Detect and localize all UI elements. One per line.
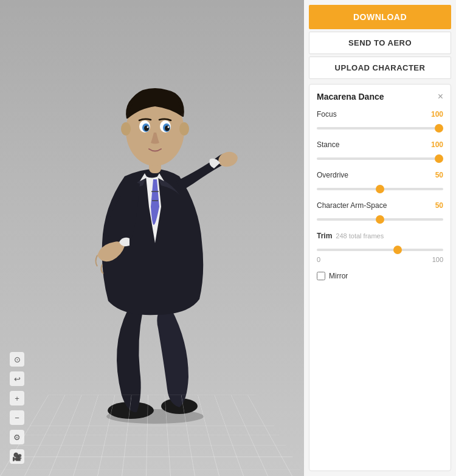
trim-slider[interactable] xyxy=(317,249,443,251)
svg-point-17 xyxy=(179,122,189,136)
target-icon[interactable]: ⊙ xyxy=(10,352,24,367)
svg-point-2 xyxy=(161,398,198,414)
focus-slider-row: Focus 100 xyxy=(317,110,443,132)
upload-character-button[interactable]: UPLOAD CHARACTER xyxy=(309,57,451,79)
close-button[interactable]: × xyxy=(438,92,443,102)
settings-card: Macarena Dance × Focus 100 Stance 100 Ov… xyxy=(309,84,451,471)
overdrive-label: Overdrive xyxy=(317,171,348,179)
arm-space-slider-row: Character Arm-Space 50 xyxy=(317,201,443,223)
send-to-aero-button[interactable]: SEND TO AERO xyxy=(309,32,451,54)
focus-value: 100 xyxy=(431,110,443,119)
download-button[interactable]: DOWNLOAD xyxy=(309,5,451,29)
card-title: Macarena Dance xyxy=(317,92,384,102)
stance-slider[interactable] xyxy=(317,157,443,160)
focus-slider[interactable] xyxy=(317,127,443,129)
trim-slider-row: Trim 248 total frames 0 100 xyxy=(317,232,443,263)
arm-space-value: 50 xyxy=(435,201,443,210)
focus-label: Focus xyxy=(317,110,337,119)
character-figure xyxy=(36,18,268,432)
stance-slider-row: Stance 100 xyxy=(317,140,443,162)
overdrive-slider-row: Overdrive 50 xyxy=(317,171,443,193)
viewport: ⊙ ↩ + − ⚙ 🎥 xyxy=(0,0,304,476)
minus-icon[interactable]: − xyxy=(10,410,24,425)
trim-frames-info: 248 total frames xyxy=(336,232,384,240)
svg-point-15 xyxy=(168,126,170,128)
stance-label: Stance xyxy=(317,140,339,149)
undo-icon[interactable]: ↩ xyxy=(10,371,24,386)
mirror-row: Mirror xyxy=(317,272,443,280)
arm-space-label: Character Arm-Space xyxy=(317,201,387,210)
control-panel: DOWNLOAD SEND TO AERO UPLOAD CHARACTER M… xyxy=(304,0,456,476)
mirror-checkbox[interactable] xyxy=(317,272,325,280)
overdrive-value: 50 xyxy=(435,171,443,179)
viewport-tools: ⊙ ↩ + − ⚙ 🎥 xyxy=(10,352,24,464)
card-header: Macarena Dance × xyxy=(317,92,443,102)
trim-label: Trim xyxy=(317,232,332,240)
trim-min-label: 0 xyxy=(317,256,320,263)
overdrive-slider[interactable] xyxy=(317,188,443,190)
settings-icon[interactable]: ⚙ xyxy=(10,430,24,444)
stance-value: 100 xyxy=(431,140,443,149)
svg-point-1 xyxy=(108,402,154,419)
svg-point-14 xyxy=(147,126,149,128)
camera-icon[interactable]: 🎥 xyxy=(10,449,24,464)
svg-point-16 xyxy=(121,122,131,136)
mirror-label: Mirror xyxy=(329,272,348,280)
arm-space-slider[interactable] xyxy=(317,218,443,221)
trim-max-label: 100 xyxy=(432,256,443,263)
plus-icon[interactable]: + xyxy=(10,391,24,405)
svg-point-0 xyxy=(106,409,204,424)
